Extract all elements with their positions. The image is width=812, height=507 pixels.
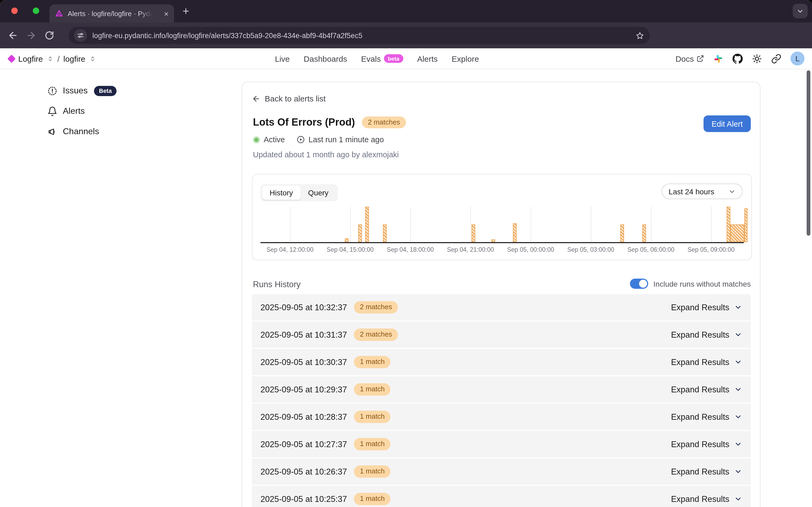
- nav-link-evals[interactable]: Evalsbeta: [361, 54, 403, 63]
- logfire-favicon-icon: [55, 9, 63, 18]
- alert-history-chart-plot: [261, 207, 744, 242]
- expand-results-button[interactable]: Expand Results: [671, 330, 742, 340]
- minimize-window-button[interactable]: [0, 7, 6, 14]
- browser-window: Alerts · logfire/logfire · Pydan × + log…: [0, 0, 812, 507]
- chart-x-tick-label: Sep 05, 03:00:00: [567, 246, 614, 253]
- run-timestamp: 2025-09-05 at 10:27:37: [261, 439, 347, 449]
- url-text[interactable]: logfire-eu.pydantic.info/logfire/logfire…: [92, 32, 363, 40]
- run-matches-badge: 1 match: [354, 384, 391, 396]
- user-avatar[interactable]: L: [791, 52, 805, 65]
- site-settings-button[interactable]: [74, 29, 87, 42]
- expand-results-button[interactable]: Expand Results: [671, 302, 742, 312]
- play-circle-icon: [296, 135, 305, 144]
- run-row: 2025-09-05 at 10:27:37 1 match Expand Re…: [252, 431, 751, 457]
- docs-link[interactable]: Docs: [675, 54, 704, 63]
- expand-results-button[interactable]: Expand Results: [671, 467, 742, 476]
- include-runs-toggle-wrap: Include runs without matches: [630, 279, 751, 289]
- run-row: 2025-09-05 at 10:30:37 1 match Expand Re…: [252, 349, 751, 375]
- back-to-alerts-link[interactable]: Back to alerts list: [252, 94, 326, 103]
- url-bar[interactable]: logfire-eu.pydantic.info/logfire/logfire…: [69, 27, 650, 44]
- chart-x-tick-label: Sep 04, 12:00:00: [266, 246, 313, 253]
- chart-bar: [730, 224, 744, 242]
- chart-gridline: [651, 207, 651, 242]
- breadcrumb: Logfire / logfire: [9, 48, 96, 69]
- tune-icon: [77, 32, 84, 39]
- sidebar-item-issues[interactable]: Issues Beta: [47, 83, 116, 99]
- tab-search-button[interactable]: [793, 4, 808, 18]
- run-timestamp: 2025-09-05 at 10:25:37: [261, 494, 347, 504]
- chart-bar: [642, 224, 646, 242]
- chart-x-tick-label: Sep 04, 18:00:00: [387, 246, 434, 253]
- chart-x-tick-label: Sep 04, 15:00:00: [327, 246, 374, 253]
- nav-link-explore[interactable]: Explore: [452, 54, 479, 63]
- share-link-icon[interactable]: [771, 53, 781, 64]
- nav-link-live[interactable]: Live: [275, 54, 290, 63]
- maximize-window-button[interactable]: [33, 7, 39, 14]
- alert-status-row: Active Last run 1 minute ago: [253, 135, 384, 144]
- time-range-select[interactable]: Last 24 hours: [662, 183, 743, 199]
- chevron-down-icon: [734, 413, 742, 421]
- edit-alert-button[interactable]: Edit Alert: [704, 115, 751, 132]
- matches-badge: 2 matches: [362, 116, 406, 128]
- tab-title: Alerts · logfire/logfire · Pydan: [68, 9, 153, 17]
- browser-toolbar: logfire-eu.pydantic.info/logfire/logfire…: [0, 22, 812, 48]
- tab-history[interactable]: History: [262, 186, 301, 200]
- new-tab-button[interactable]: +: [182, 5, 189, 18]
- tab-query[interactable]: Query: [301, 186, 336, 200]
- chart-gridline: [410, 207, 411, 242]
- run-row: 2025-09-05 at 10:32:37 2 matches Expand …: [252, 294, 751, 321]
- run-row: 2025-09-05 at 10:31:37 2 matches Expand …: [252, 322, 751, 348]
- browser-tab[interactable]: Alerts · logfire/logfire · Pydan ×: [49, 4, 174, 22]
- project-name[interactable]: logfire: [63, 54, 86, 63]
- org-selector-icon[interactable]: [47, 55, 54, 62]
- expand-results-button[interactable]: Expand Results: [671, 385, 742, 394]
- forward-arrow-icon[interactable]: [26, 30, 37, 41]
- expand-results-button[interactable]: Expand Results: [671, 439, 742, 449]
- nav-link-dashboards[interactable]: Dashboards: [304, 54, 347, 63]
- last-run-status: Last run 1 minute ago: [296, 135, 384, 144]
- chart-gridline: [350, 207, 351, 242]
- alert-detail-card: Back to alerts list Lots Of Errors (Prod…: [242, 81, 760, 507]
- run-matches-badge: 2 matches: [354, 329, 398, 341]
- expand-results-button[interactable]: Expand Results: [671, 412, 742, 421]
- slack-icon[interactable]: [713, 53, 723, 64]
- logfire-page: Logfire / logfire Live Dashboards Evalsb…: [0, 48, 812, 507]
- chevron-down-icon: [734, 385, 742, 393]
- run-row: 2025-09-05 at 10:28:37 1 match Expand Re…: [252, 404, 751, 430]
- chart-gridline: [711, 207, 712, 242]
- sidebar: Issues Beta Alerts Channels: [47, 83, 116, 139]
- back-arrow-icon[interactable]: [7, 30, 18, 41]
- expand-results-button[interactable]: Expand Results: [671, 494, 742, 504]
- reload-icon[interactable]: [44, 30, 55, 41]
- left-arrow-icon: [252, 94, 261, 103]
- chart-bar: [491, 239, 495, 242]
- close-tab-icon[interactable]: ×: [164, 9, 169, 17]
- run-matches-badge: 1 match: [354, 493, 391, 505]
- chart-bar: [358, 224, 362, 242]
- external-link-icon: [697, 55, 704, 62]
- evals-beta-badge: beta: [384, 54, 403, 63]
- run-matches-badge: 1 match: [354, 438, 391, 450]
- include-runs-toggle[interactable]: [630, 279, 648, 289]
- alert-history-card: History Query Last 24 hours Sep 04, 12:0…: [252, 174, 752, 260]
- org-name[interactable]: Logfire: [18, 54, 43, 63]
- github-icon[interactable]: [733, 53, 743, 64]
- sidebar-item-label: Issues: [63, 86, 88, 96]
- chart-bar: [365, 207, 369, 242]
- project-selector-icon[interactable]: [89, 55, 96, 62]
- expand-results-button[interactable]: Expand Results: [671, 357, 742, 367]
- runs-history-header: Runs History Include runs without matche…: [252, 279, 751, 290]
- close-window-button[interactable]: [11, 7, 18, 14]
- history-query-tabs: History Query: [261, 184, 337, 201]
- nav-link-alerts[interactable]: Alerts: [417, 54, 438, 63]
- chevron-down-icon: [734, 358, 742, 366]
- chevron-down-icon: [734, 331, 742, 339]
- chart-x-tick-label: Sep 05, 09:00:00: [688, 246, 735, 253]
- theme-sun-icon[interactable]: [752, 53, 762, 64]
- chart-x-tick-label: Sep 04, 21:00:00: [447, 246, 494, 253]
- page-scrollbar[interactable]: [807, 70, 810, 236]
- sidebar-item-alerts[interactable]: Alerts: [47, 103, 116, 119]
- bookmark-star-icon[interactable]: [635, 31, 644, 40]
- sidebar-item-channels[interactable]: Channels: [47, 123, 116, 139]
- active-status-icon: [253, 136, 260, 143]
